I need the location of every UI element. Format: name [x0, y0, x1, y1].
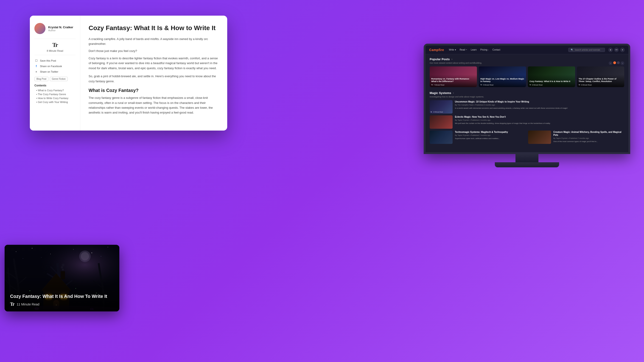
article-title-3[interactable]: Technomagic Systems: Magitech & Technopa… — [455, 130, 526, 133]
popular-posts-title: Popular Posts — [430, 58, 450, 61]
avatar — [34, 23, 46, 34]
post-card-4-tt: Tr — [578, 84, 580, 86]
blog-content: Cozy Fantasy: What It Is & How to Write … — [80, 16, 227, 130]
search-icon: 🔍 — [571, 49, 573, 51]
post-card-4[interactable]: The 27-Chapter Outline & the Power of Th… — [577, 66, 624, 87]
search-placeholder: Search articles and tutorials — [575, 49, 600, 51]
contents-item-2[interactable]: • The Cozy Fantasy Genre — [34, 93, 76, 96]
magic-systems-title: Magic Systems — [430, 91, 451, 95]
article-info-2: Eclectic Magic: Now You See It, Now You … — [455, 115, 624, 125]
dark-card-footer: Cozy Fantasy: What It Is And How To Writ… — [4, 289, 119, 311]
magic-systems-header: Magic Systems › — [430, 91, 624, 95]
facebook-icon: f — [34, 64, 38, 68]
dark-fantasy-card[interactable]: Cozy Fantasy: What It Is And How To Writ… — [4, 245, 119, 311]
post-card-2[interactable]: High Magic vs. Low Magic vs. Medium Magi… — [479, 66, 526, 87]
post-card-3-tt: Tr — [530, 84, 531, 86]
read-time-section: Tr 8 Minute Read — [34, 39, 76, 55]
contents-title: Contents — [34, 84, 76, 87]
blog-body-2: So, grab a pint of hobbit-brewed ale, an… — [88, 74, 219, 84]
nav-pricing[interactable]: Pricing - — [479, 48, 490, 52]
user-menu-icon[interactable]: ▾ — [620, 48, 625, 52]
carousel-dot-2[interactable] — [617, 61, 620, 64]
campfire-logo-c: C — [429, 48, 432, 52]
article-excerpt-4: One of the most common types of magic yo… — [553, 140, 624, 143]
blog-body-1: Cozy fantasy is a term to describe light… — [88, 56, 219, 71]
nav-learn[interactable]: Learn — [469, 48, 478, 52]
blog-title: Cozy Fantasy: What It Is & How to Write … — [88, 24, 219, 32]
dark-card-read-time: 11 Minute Read — [17, 302, 40, 306]
share-twitter-button[interactable]: ✕ Share on Twitter — [34, 70, 76, 74]
post-card-3-title: Cozy Fantasy: What It Is & How to Write … — [530, 80, 574, 83]
article-thumb-3[interactable] — [430, 130, 452, 144]
tag-blog-post[interactable]: Blog Post — [34, 77, 48, 81]
nav-contact[interactable]: Contact — [491, 48, 502, 52]
dark-card-title: Cozy Fantasy: What It Is And How To Writ… — [10, 293, 114, 299]
article-title-1[interactable]: Uncommon Magic: 10 Unique Kinds of Magic… — [455, 100, 624, 103]
nav-search[interactable]: 🔍 Search articles and tutorials — [568, 48, 605, 52]
post-card-1-read: 7 Minute Read — [434, 84, 444, 86]
contents-section: Contents • What is Cozy Fantasy? • The C… — [34, 84, 76, 103]
monitor-stand — [424, 154, 630, 167]
article-info-3: Technomagic Systems: Magitech & Technopa… — [455, 130, 526, 140]
post-card-2-tt: Tr — [480, 84, 482, 86]
article-info-1: Uncommon Magic: 10 Unique Kinds of Magic… — [455, 100, 624, 110]
post-card-4-read: 8 Minute Read — [581, 84, 592, 86]
magic-systems-chevron[interactable]: › — [453, 92, 454, 94]
campfire-logo: Campfire — [429, 48, 444, 52]
post-card-3[interactable]: Cozy Fantasy: What It Is & How to Write … — [528, 66, 575, 87]
article-excerpt-1: In a world awash with elemental sorcerer… — [455, 107, 624, 110]
popular-posts-subtitle: Our most viewed content about writing an… — [430, 62, 624, 64]
blog-h2: What is Cozy Fantasy? — [88, 88, 219, 93]
article-byline-1: By The Campfire Team • Published 2 month… — [455, 104, 624, 106]
tag-genre-fiction[interactable]: Genre Fiction — [50, 77, 68, 81]
article-title-4[interactable]: Creature Magic: Animal Witchery, Bonding… — [553, 130, 624, 136]
monitor-wrapper: Campfire Write ▾ Read ~ Learn Pricing - … — [424, 44, 630, 167]
article-item-4: Creature Magic: Animal Witchery, Bonding… — [528, 130, 624, 144]
article-thumb-2[interactable] — [430, 115, 452, 129]
dark-card-tt-icon: Tr — [10, 302, 14, 307]
post-card-2-read: 9 Minute Read — [483, 84, 494, 86]
dots-icon[interactable]: ••• — [614, 48, 619, 52]
read-time-label: 8 Minute Read — [47, 49, 63, 52]
author-role: Author — [48, 29, 73, 32]
article-thumb-4[interactable] — [528, 130, 551, 144]
article-excerpt-3: Superhuman cyber tech, artificial entiti… — [455, 137, 526, 140]
article-excerpt-2: We pull back the curtain on the double-b… — [455, 122, 624, 125]
save-post-button[interactable]: ☐ Save this Post — [34, 59, 76, 63]
article-thumb-1[interactable]: Tr 10 Minute Read — [430, 100, 452, 114]
popular-posts-chevron[interactable]: › — [452, 58, 452, 60]
tt-icon: Tr — [52, 42, 58, 49]
article-title-2[interactable]: Eclectic Magic: Now You See It, Now You … — [455, 115, 624, 118]
share-facebook-button[interactable]: f Share on Facebook — [34, 64, 76, 68]
article-list: Tr 10 Minute Read Uncommon Magic: 10 Uni… — [430, 100, 624, 144]
nav-icons: ★ ••• ▾ — [608, 48, 625, 52]
social-section: ☐ Save this Post f Share on Facebook ✕ S… — [34, 59, 76, 74]
blog-intro: A crackling campfire. A jolly band of ba… — [88, 37, 219, 46]
article-byline-2: By Taylor Frymier • Published 2 months a… — [455, 119, 624, 121]
save-icon: ☐ — [34, 59, 38, 63]
magic-systems-subtitle: Investigating how to design and write ab… — [430, 96, 624, 98]
bookmark-icon[interactable]: ★ — [608, 48, 613, 52]
author-name: Krystal N. Craiker — [48, 26, 73, 29]
carousel-dot-1[interactable] — [613, 61, 616, 64]
contents-item-3[interactable]: • How to Write Cozy Fantasy — [34, 97, 76, 100]
campfire-site: Campfire Write ▾ Read ~ Learn Pricing - … — [426, 46, 628, 152]
contents-item-4[interactable]: • Get Cozy with Your Writing — [34, 101, 76, 103]
post-card-4-title: The 27-Chapter Outline & the Power of Th… — [578, 78, 623, 83]
carousel-next[interactable]: › — [620, 61, 624, 65]
tags-section: Blog Post Genre Fiction — [34, 77, 76, 81]
post-card-1[interactable]: Romantasy vs. Fantasy with Romance: What… — [430, 66, 477, 87]
article-item-1: Tr 10 Minute Read Uncommon Magic: 10 Uni… — [430, 100, 624, 114]
post-card-1-title: Romantasy vs. Fantasy with Romance: What… — [431, 78, 475, 83]
nav-read[interactable]: Read ~ — [458, 48, 469, 52]
contents-item-1[interactable]: • What is Cozy Fantasy? — [34, 89, 76, 92]
article-byline-3: By Taylor Frymier • Published 7 months a… — [455, 134, 526, 136]
nav-write[interactable]: Write ▾ — [447, 48, 458, 52]
campfire-nav: Campfire Write ▾ Read ~ Learn Pricing - … — [426, 46, 628, 54]
twitter-icon: ✕ — [34, 70, 38, 74]
posts-row: Romantasy vs. Fantasy with Romance: What… — [430, 66, 624, 87]
post-card-1-tt: Tr — [431, 84, 433, 86]
blog-post-card: Krystal N. Craiker Author Tr 8 Minute Re… — [30, 16, 227, 130]
article-byline-4: By Taylor Frymier • Published 7 months a… — [553, 137, 624, 139]
carousel-prev[interactable]: ‹ — [609, 61, 612, 65]
